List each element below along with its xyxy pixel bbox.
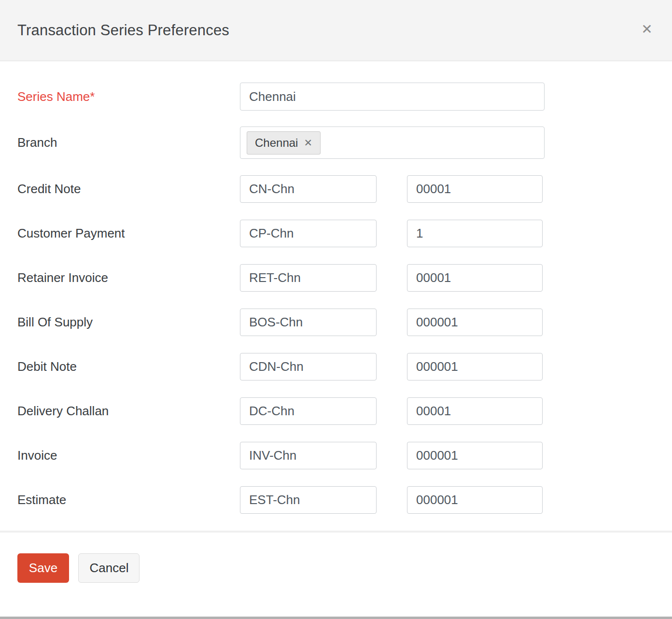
modal-footer: Save Cancel <box>0 531 672 583</box>
series-name-row: Series Name* <box>17 83 655 111</box>
retainer-invoice-number-input[interactable] <box>407 264 543 292</box>
delivery-challan-label: Delivery Challan <box>17 404 240 419</box>
branch-tag-label: Chennai <box>255 136 298 150</box>
bill-of-supply-row: Bill Of Supply <box>17 309 655 336</box>
debit-note-number-input[interactable] <box>407 353 543 380</box>
customer-payment-prefix-input[interactable] <box>240 220 377 247</box>
cancel-button[interactable]: Cancel <box>78 553 140 583</box>
series-name-input[interactable] <box>240 83 545 111</box>
bill-of-supply-label: Bill Of Supply <box>17 315 240 330</box>
bill-of-supply-prefix-input[interactable] <box>240 309 377 336</box>
invoice-prefix-input[interactable] <box>240 442 377 469</box>
estimate-row: Estimate <box>17 486 655 514</box>
invoice-label: Invoice <box>17 448 240 463</box>
estimate-prefix-input[interactable] <box>240 486 377 514</box>
retainer-invoice-row: Retainer Invoice <box>17 264 655 292</box>
branch-label: Branch <box>17 135 240 150</box>
delivery-challan-prefix-input[interactable] <box>240 397 377 425</box>
delivery-challan-number-input[interactable] <box>407 397 543 425</box>
debit-note-row: Debit Note <box>17 353 655 380</box>
series-name-label: Series Name* <box>17 89 240 104</box>
customer-payment-number-input[interactable] <box>407 220 543 247</box>
customer-payment-row: Customer Payment <box>17 220 655 247</box>
modal-header: Transaction Series Preferences ✕ <box>0 0 672 61</box>
bill-of-supply-number-input[interactable] <box>407 309 543 336</box>
estimate-number-input[interactable] <box>407 486 543 514</box>
branch-tag: Chennai ✕ <box>247 131 321 155</box>
estimate-label: Estimate <box>17 492 240 507</box>
close-icon[interactable]: ✕ <box>636 18 658 40</box>
modal-body: Series Name* Branch Chennai ✕ Credit Not… <box>0 61 672 514</box>
required-asterisk: * <box>90 89 95 104</box>
credit-note-label: Credit Note <box>17 182 240 197</box>
branch-multiselect-input[interactable]: Chennai ✕ <box>240 127 545 159</box>
invoice-number-input[interactable] <box>407 442 543 469</box>
invoice-row: Invoice <box>17 442 655 469</box>
retainer-invoice-label: Retainer Invoice <box>17 270 240 285</box>
bottom-edge-divider <box>0 617 672 619</box>
retainer-invoice-prefix-input[interactable] <box>240 264 377 292</box>
credit-note-number-input[interactable] <box>407 175 543 203</box>
branch-row: Branch Chennai ✕ <box>17 127 655 159</box>
series-name-label-text: Series Name <box>17 89 90 104</box>
delivery-challan-row: Delivery Challan <box>17 397 655 425</box>
save-button[interactable]: Save <box>17 553 69 583</box>
customer-payment-label: Customer Payment <box>17 226 240 241</box>
modal-title: Transaction Series Preferences <box>17 22 229 39</box>
credit-note-row: Credit Note <box>17 175 655 203</box>
branch-tag-remove-icon[interactable]: ✕ <box>304 138 312 148</box>
debit-note-prefix-input[interactable] <box>240 353 377 380</box>
debit-note-label: Debit Note <box>17 359 240 374</box>
credit-note-prefix-input[interactable] <box>240 175 377 203</box>
